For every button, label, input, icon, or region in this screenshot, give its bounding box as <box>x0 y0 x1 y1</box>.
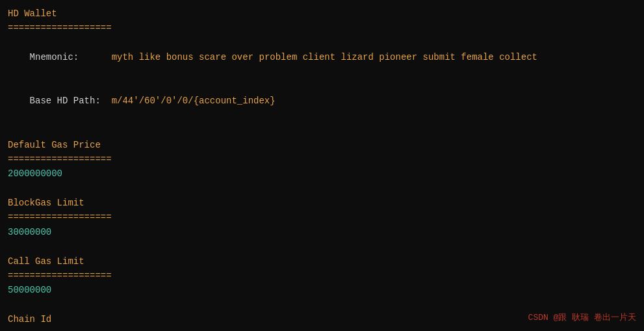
blank-2 <box>8 181 636 196</box>
watermark-text: CSDN @跟 耿瑞 卷出一片天 <box>528 311 636 323</box>
separator-top: =================== <box>8 21 636 35</box>
call-gas-limit-title: Call Gas Limit <box>8 254 636 269</box>
blank-4 <box>8 298 636 312</box>
separator-blockgas: =================== <box>8 210 636 224</box>
call-gas-limit-value: 50000000 <box>8 283 636 297</box>
mnemonic-line: Mnemonic: myth like bonus scare over pro… <box>8 36 636 79</box>
terminal-window: HD Wallet =================== Mnemonic: … <box>0 0 644 331</box>
base-hd-path-label: Base HD Path: <box>30 96 101 106</box>
blockgas-limit-value: 30000000 <box>8 225 636 239</box>
separator-gas-price: =================== <box>8 152 636 166</box>
blank-1 <box>8 123 636 137</box>
mnemonic-value: myth like bonus scare over problem clien… <box>79 52 537 62</box>
separator-call-gas: =================== <box>8 269 636 283</box>
default-gas-price-value: 2000000000 <box>8 166 636 181</box>
blank-3 <box>8 239 636 254</box>
mnemonic-label: Mnemonic: <box>30 52 79 62</box>
hd-wallet-title: HD Wallet <box>8 7 636 21</box>
blockgas-limit-title: BlockGas Limit <box>8 196 636 210</box>
default-gas-price-title: Default Gas Price <box>8 138 636 152</box>
separator-chain-id: =================== <box>8 327 636 331</box>
base-hd-path-line: Base HD Path: m/44'/60'/0'/0/{account_in… <box>8 79 636 123</box>
base-hd-path-value: m/44'/60'/0'/0/{account_index} <box>101 96 276 106</box>
